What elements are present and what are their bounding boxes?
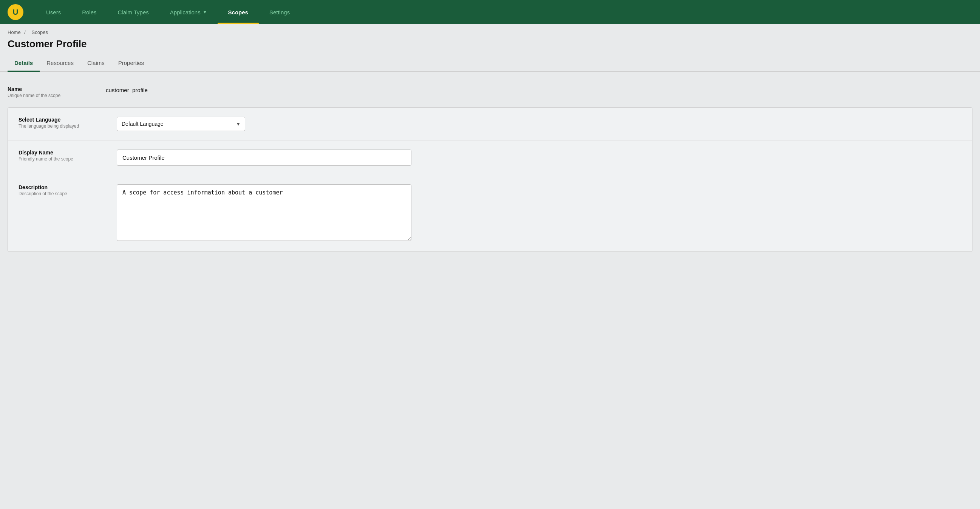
- description-label: Description: [19, 184, 117, 190]
- display-name-label: Display Name: [19, 149, 117, 155]
- tab-resources[interactable]: Resources: [40, 55, 81, 72]
- description-label-group: Description Description of the scope: [19, 184, 117, 197]
- name-label-group: Name Unique name of the scope: [8, 86, 106, 98]
- breadcrumb-area: Home / Scopes: [0, 24, 980, 37]
- select-language-wrapper: Default Language English French Spanish …: [117, 117, 245, 131]
- name-section: Name Unique name of the scope customer_p…: [8, 82, 972, 107]
- description-textarea[interactable]: A scope for access information about a c…: [117, 184, 411, 241]
- applications-dropdown-arrow: ▼: [203, 10, 207, 14]
- tab-properties[interactable]: Properties: [111, 55, 151, 72]
- select-language-input-wrapper: Default Language English French Spanish …: [117, 117, 961, 131]
- display-name-row: Display Name Friendly name of the scope: [8, 141, 972, 175]
- breadcrumb-home[interactable]: Home: [8, 29, 21, 35]
- tab-claims[interactable]: Claims: [81, 55, 111, 72]
- name-sublabel: Unique name of the scope: [8, 93, 106, 98]
- select-language-label: Select Language: [19, 117, 117, 123]
- nav-item-claim-types[interactable]: Claim Types: [107, 0, 159, 24]
- nav-item-users[interactable]: Users: [35, 0, 72, 24]
- nav-item-roles[interactable]: Roles: [72, 0, 107, 24]
- nav-items: Users Roles Claim Types Applications ▼ S…: [35, 0, 972, 24]
- main-content: Name Unique name of the scope customer_p…: [0, 72, 980, 262]
- display-name-input[interactable]: [117, 149, 411, 166]
- breadcrumb: Home / Scopes: [8, 29, 972, 35]
- display-name-input-wrapper: [117, 149, 961, 166]
- breadcrumb-current: Scopes: [32, 29, 48, 35]
- nav-item-settings[interactable]: Settings: [259, 0, 300, 24]
- navbar: U Users Roles Claim Types Applications ▼…: [0, 0, 980, 24]
- select-language-label-group: Select Language The language being displ…: [19, 117, 117, 129]
- description-sublabel: Description of the scope: [19, 191, 117, 197]
- select-language-select[interactable]: Default Language English French Spanish: [117, 117, 245, 131]
- description-input-wrapper: A scope for access information about a c…: [117, 184, 961, 243]
- nav-item-scopes[interactable]: Scopes: [218, 0, 259, 24]
- select-language-row: Select Language The language being displ…: [8, 108, 972, 141]
- nav-item-applications[interactable]: Applications ▼: [159, 0, 218, 24]
- select-language-sublabel: The language being displayed: [19, 124, 117, 129]
- tabs-bar: Details Resources Claims Properties: [0, 55, 980, 72]
- display-name-sublabel: Friendly name of the scope: [19, 156, 117, 162]
- description-row: Description Description of the scope A s…: [8, 175, 972, 252]
- name-value: customer_profile: [106, 86, 148, 93]
- page-title: Customer Profile: [8, 38, 972, 50]
- form-card: Select Language The language being displ…: [8, 107, 972, 252]
- tab-details[interactable]: Details: [8, 55, 40, 72]
- display-name-label-group: Display Name Friendly name of the scope: [19, 149, 117, 162]
- breadcrumb-separator: /: [24, 29, 26, 35]
- name-label: Name: [8, 86, 106, 92]
- logo[interactable]: U: [8, 4, 24, 20]
- page-title-area: Customer Profile: [0, 37, 980, 55]
